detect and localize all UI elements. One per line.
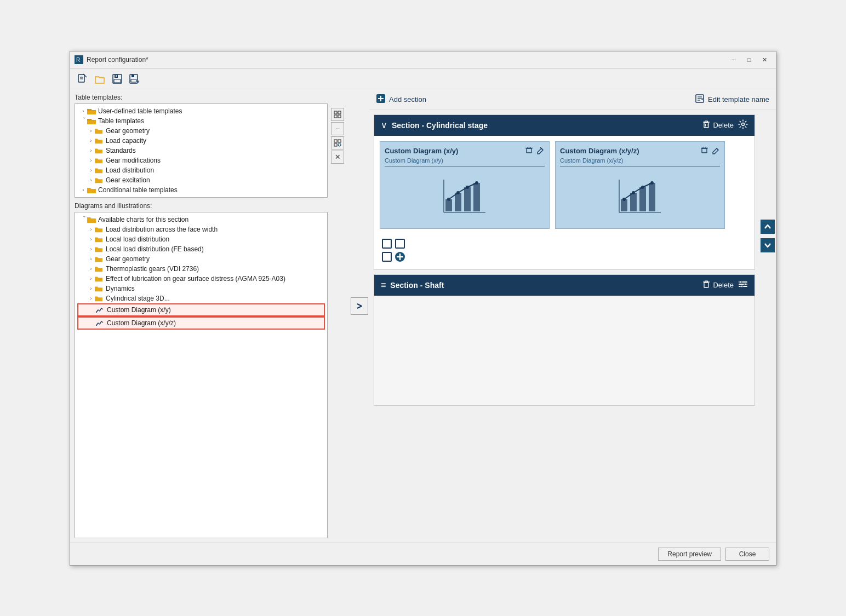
folder-icon	[95, 157, 104, 164]
tree-arrow: ›	[87, 176, 95, 184]
tree-item-label: Available charts for this section	[98, 216, 188, 223]
svg-point-66	[650, 181, 654, 185]
svg-text:R: R	[76, 57, 80, 63]
section-shaft-settings-button[interactable]	[738, 279, 748, 291]
tree-arrow: ›	[87, 295, 95, 302]
transfer-area	[350, 89, 369, 543]
tree-item-label: Standards	[106, 147, 136, 154]
card-delete-button[interactable]	[525, 146, 533, 156]
diagrams-side-spacer	[330, 212, 345, 538]
close-button[interactable]: ✕	[757, 54, 771, 65]
move-down-button[interactable]	[761, 238, 775, 252]
svg-rect-62	[649, 183, 655, 211]
svg-rect-71	[382, 252, 391, 261]
add-section-button[interactable]: Add section	[376, 94, 426, 105]
diagram-card-xyz-actions	[700, 146, 720, 156]
tree-item-gear-modifications[interactable]: › Gear modifications	[77, 156, 325, 165]
tree-item-load-dist-face[interactable]: › Load distribution across the face widt…	[77, 224, 325, 234]
tree-item-load-distribution[interactable]: › Load distribution	[77, 165, 325, 175]
tree-item-gear-excitation[interactable]: › Gear excitation	[77, 175, 325, 185]
card-edit-button[interactable]	[536, 146, 545, 156]
svg-rect-61	[639, 187, 646, 211]
remove-button[interactable]: ✕	[331, 151, 344, 164]
move-up-button[interactable]	[761, 220, 775, 234]
card-divider	[385, 166, 545, 166]
titlebar-left: R Report configuration*	[75, 55, 148, 64]
tree-item-local-load[interactable]: › Local load distribution	[77, 234, 325, 244]
tree-item-gear-geometry[interactable]: › Gear geometry	[77, 126, 325, 136]
tree-item-available-charts[interactable]: › Available charts for this section	[77, 215, 325, 224]
tree-arrow: ›	[87, 235, 95, 243]
tree-item-load-capacity[interactable]: › Load capacity	[77, 136, 325, 146]
tree-item-cylindrical-3d[interactable]: › Cylindrical stage 3D...	[77, 293, 325, 303]
tree-item-label: Table templates	[98, 117, 144, 125]
tree-item-label: Custom Diagram (x/y)	[107, 306, 171, 314]
transfer-button[interactable]	[351, 297, 368, 315]
add-button[interactable]	[331, 136, 344, 149]
folder-open-icon	[87, 117, 96, 125]
main-window: R Report configuration* ─ □ ✕	[70, 51, 776, 566]
card-delete-button-xyz[interactable]	[700, 146, 708, 156]
section-delete-button[interactable]: Delete	[702, 120, 734, 130]
add-item-button[interactable]	[380, 237, 407, 264]
app-icon: R	[75, 55, 83, 64]
folder-icon	[95, 226, 104, 233]
titlebar: R Report configuration* ─ □ ✕	[70, 51, 776, 69]
tree-item-label: Thermoplastic gears (VDI 2736)	[106, 265, 199, 273]
tree-item-label: Effect of lubrication on gear surface di…	[106, 275, 285, 283]
svg-point-49	[447, 198, 450, 201]
save-as-button[interactable]: +	[127, 71, 142, 87]
diagram-card-xyz-subtitle: Custom Diagram (x/y/z)	[560, 157, 720, 164]
folder-icon	[95, 127, 104, 135]
card-divider-xyz	[560, 166, 720, 166]
add-item-area	[380, 234, 407, 264]
svg-point-64	[632, 191, 635, 194]
main-content: Table templates: › User-defined table te…	[70, 89, 776, 543]
tree-item-gear-geom-diag[interactable]: › Gear geometry	[77, 254, 325, 264]
open-button[interactable]	[92, 71, 107, 87]
folder-icon	[95, 255, 104, 263]
tree-item-conditional[interactable]: › Conditional table templates	[77, 185, 325, 195]
tree-item-table-templates[interactable]: › Table templates	[77, 116, 325, 126]
svg-rect-21	[334, 143, 337, 146]
tree-item-standards[interactable]: › Standards	[77, 146, 325, 156]
folder-icon	[95, 295, 104, 302]
section-shaft-header[interactable]: ≡ Section - Shaft	[374, 275, 754, 296]
save-button[interactable]	[110, 71, 125, 87]
svg-rect-36	[705, 121, 708, 122]
section-shaft-delete-button[interactable]: Delete	[702, 280, 734, 290]
tree-item-thermoplastic[interactable]: › Thermoplastic gears (VDI 2736)	[77, 264, 325, 274]
diagram-card-xyz-title: Custom Diagram (x/y/z)	[560, 147, 639, 155]
folder-icon	[87, 186, 96, 194]
hamburger-icon: ≡	[381, 280, 386, 290]
tree-item-label: Gear excitation	[106, 176, 150, 184]
right-toolbar: Add section Edit template name	[369, 89, 776, 110]
svg-rect-70	[396, 239, 404, 248]
add-section-icon	[376, 94, 386, 105]
tree-item-dynamics[interactable]: › Dynamics	[77, 284, 325, 293]
tree-arrow: ›	[79, 186, 87, 194]
edit-template-label: Edit template name	[708, 95, 769, 103]
grid-button[interactable]	[331, 108, 344, 121]
tree-item-label: Dynamics	[106, 285, 135, 292]
new-button[interactable]	[75, 71, 90, 87]
card-edit-button-xyz[interactable]	[712, 146, 720, 156]
tree-item-custom-diagram-xy[interactable]: Custom Diagram (x/y)	[77, 303, 325, 316]
report-preview-button[interactable]: Report preview	[658, 548, 721, 561]
tree-item-label: Local load distribution	[106, 235, 169, 243]
minus-button[interactable]: −	[331, 122, 344, 135]
section-settings-button[interactable]	[738, 119, 748, 131]
tree-item-user-defined[interactable]: › User-defined table templates	[77, 106, 325, 116]
maximize-button[interactable]: □	[742, 54, 756, 65]
close-dialog-button[interactable]: Close	[725, 548, 769, 561]
tree-item-custom-diagram-xyz[interactable]: Custom Diagram (x/y/z)	[77, 316, 325, 330]
minimize-button[interactable]: ─	[727, 54, 741, 65]
folder-icon	[87, 107, 96, 115]
tree-item-label: Load distribution	[106, 166, 154, 174]
edit-template-button[interactable]: Edit template name	[695, 94, 769, 105]
section-cylindrical-header[interactable]: ∨ Section - Cylindrical stage	[374, 115, 754, 136]
tree-item-local-load-fe[interactable]: › Local load distribution (FE based)	[77, 244, 325, 254]
bar-chart-xyz	[618, 177, 662, 216]
chart-icon-xyz	[96, 319, 105, 327]
tree-item-lubrication[interactable]: › Effect of lubrication on gear surface …	[77, 274, 325, 284]
